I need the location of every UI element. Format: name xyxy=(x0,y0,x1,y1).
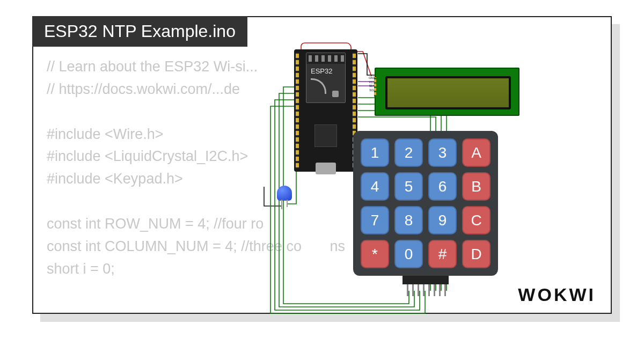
project-card: ESP32 NTP Example.ino // Learn about the… xyxy=(32,16,612,314)
key-hash[interactable]: # xyxy=(428,240,457,268)
esp32-label: ESP32 xyxy=(311,67,332,75)
lcd-16x2[interactable]: GND VCC SDA SCL xyxy=(375,68,519,116)
key-8[interactable]: 8 xyxy=(394,206,423,234)
esp32-usb-port xyxy=(316,163,336,174)
key-3[interactable]: 3 xyxy=(428,138,457,167)
connector-body xyxy=(402,276,449,284)
esp32-secondary-chip xyxy=(314,124,337,147)
file-title: ESP32 NTP Example.ino xyxy=(44,21,236,41)
key-7[interactable]: 7 xyxy=(361,206,389,234)
connector-pins xyxy=(405,284,446,296)
key-star[interactable]: * xyxy=(361,240,389,268)
code-line: const int COLUMN_NUM = 4; //three co ns xyxy=(47,238,345,254)
led-cathode xyxy=(287,200,288,207)
key-b[interactable]: B xyxy=(462,172,491,201)
lcd-pin-gnd: GND xyxy=(367,76,375,80)
lcd-screen xyxy=(385,76,511,109)
esp32-chip-dot xyxy=(332,91,339,97)
keypad-4x4[interactable]: 1 2 3 A 4 5 6 B 7 8 9 C * 0 # D xyxy=(353,131,498,276)
led-bulb-icon xyxy=(277,186,292,201)
code-line: #include <LiquidCrystal_I2C.h> xyxy=(47,148,248,164)
lcd-pin-sda: SDA xyxy=(367,84,375,89)
key-4[interactable]: 4 xyxy=(361,172,389,201)
esp32-antenna-icon xyxy=(306,53,345,64)
esp32-pins-left xyxy=(296,53,299,168)
lcd-pin-vcc: VCC xyxy=(367,80,375,85)
led-component[interactable] xyxy=(277,186,292,206)
key-a[interactable]: A xyxy=(462,138,491,167)
code-line: #include <Wire.h> xyxy=(47,126,164,142)
key-1[interactable]: 1 xyxy=(361,138,389,167)
key-d[interactable]: D xyxy=(462,240,491,268)
key-6[interactable]: 6 xyxy=(428,172,457,201)
key-2[interactable]: 2 xyxy=(394,138,423,167)
key-5[interactable]: 5 xyxy=(394,172,423,201)
code-line: // https://docs.wokwi.com/...de xyxy=(47,81,240,97)
code-line: const int ROW_NUM = 4; //four ro xyxy=(47,216,264,232)
lcd-pin-labels: GND VCC SDA SCL xyxy=(367,76,375,92)
keypad-connector xyxy=(402,276,449,296)
code-line: short i = 0; xyxy=(47,261,115,277)
key-0[interactable]: 0 xyxy=(394,240,423,268)
file-title-tab: ESP32 NTP Example.ino xyxy=(32,16,247,47)
key-9[interactable]: 9 xyxy=(428,206,457,234)
esp32-board[interactable]: ESP32 xyxy=(294,49,357,172)
wifi-icon xyxy=(311,80,325,94)
lcd-pin-scl: SCL xyxy=(367,89,375,93)
code-line: // Learn about the ESP32 Wi-si... xyxy=(47,58,258,75)
esp32-module: ESP32 xyxy=(306,53,346,103)
code-line: #include <Keypad.h> xyxy=(47,171,183,187)
key-c[interactable]: C xyxy=(462,206,491,234)
led-anode xyxy=(281,200,282,209)
wokwi-logo: WOKWI xyxy=(518,284,596,305)
